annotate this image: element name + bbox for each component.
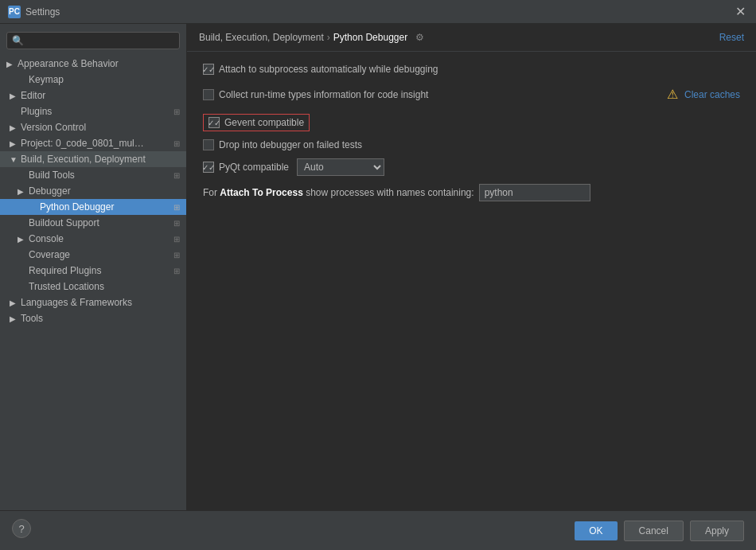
collect-runtime-check-icon[interactable] [203, 89, 214, 100]
external-icon: ⊞ [173, 251, 180, 259]
apply-button[interactable]: Apply [690, 521, 744, 541]
search-input[interactable] [6, 32, 180, 49]
breadcrumb-arrow-icon: › [327, 32, 330, 43]
close-button[interactable]: ✕ [732, 4, 748, 20]
expand-arrow-icon: ▶ [10, 92, 18, 100]
expand-arrow-icon: ▶ [18, 235, 25, 244]
process-label: For Attach To Process show processes wit… [203, 187, 474, 198]
expand-arrow-icon: ▶ [18, 187, 25, 196]
sidebar-item-plugins[interactable]: Plugins ⊞ [0, 103, 186, 119]
sidebar-item-tools[interactable]: ▶ Tools [0, 310, 186, 326]
drop-debugger-check-icon[interactable] [203, 139, 214, 150]
external-icon: ⊞ [173, 107, 180, 116]
content-body: ✓ Attach to subprocess automatically whi… [187, 52, 756, 213]
external-icon: ⊞ [173, 235, 180, 244]
sidebar-item-python-debugger[interactable]: Python Debugger ⊞ [0, 199, 186, 215]
app-icon: PC [8, 6, 21, 18]
breadcrumb: Build, Execution, Deployment › Python De… [199, 32, 424, 43]
cancel-button[interactable]: Cancel [624, 521, 684, 541]
expand-arrow-icon: ▶ [6, 60, 14, 68]
content-area: Build, Execution, Deployment › Python De… [187, 24, 756, 510]
bottom-bar: ? OK Cancel Apply [0, 510, 756, 550]
attach-subprocess-row: ✓ Attach to subprocess automatically whi… [203, 64, 740, 75]
ok-button[interactable]: OK [575, 521, 617, 540]
sidebar-item-build-tools[interactable]: Build Tools ⊞ [0, 167, 186, 183]
external-icon: ⊞ [173, 219, 180, 228]
expand-arrow-icon: ▶ [10, 139, 18, 148]
sidebar-item-console[interactable]: ▶ Console ⊞ [0, 231, 186, 247]
sidebar-item-editor[interactable]: ▶ Editor [0, 88, 186, 103]
window-title: Settings [25, 6, 60, 18]
breadcrumb-parent: Build, Execution, Deployment › Python De… [199, 32, 407, 43]
sidebar-item-appearance[interactable]: ▶ Appearance & Behavior [0, 56, 186, 72]
attach-subprocess-check-icon[interactable]: ✓ [203, 64, 214, 75]
sidebar-item-buildout[interactable]: Buildout Support ⊞ [0, 215, 186, 231]
external-icon: ⊞ [173, 171, 180, 180]
expand-arrow-icon: ▶ [10, 123, 18, 132]
sidebar-item-debugger[interactable]: ▶ Debugger [0, 183, 186, 199]
clear-caches-button[interactable]: Clear caches [684, 89, 740, 100]
sidebar-item-languages[interactable]: ▶ Languages & Frameworks [0, 295, 186, 310]
settings-icon: ⚙ [415, 32, 424, 43]
attach-subprocess-checkbox[interactable]: ✓ Attach to subprocess automatically whi… [203, 64, 438, 75]
sidebar-item-project[interactable]: ▶ Project: 0_code_0801_mul_threa... ⊞ [0, 135, 186, 151]
external-icon: ⊞ [173, 139, 180, 148]
process-filter-row: For Attach To Process show processes wit… [203, 184, 740, 201]
sidebar: ▶ Appearance & Behavior Keymap ▶ Editor … [0, 24, 187, 510]
collect-runtime-checkbox[interactable]: Collect run-time types information for c… [203, 89, 428, 100]
external-icon: ⊞ [173, 203, 180, 212]
content-header: Build, Execution, Deployment › Python De… [187, 24, 756, 52]
gevent-checkbox[interactable]: ✓ Gevent compatible [203, 114, 310, 131]
main-container: ▶ Appearance & Behavior Keymap ▶ Editor … [0, 24, 756, 510]
sidebar-item-trusted-locations[interactable]: Trusted Locations [0, 279, 186, 295]
drop-debugger-checkbox[interactable]: Drop into debugger on failed tests [203, 139, 362, 150]
warning-row: ⚠ Clear caches [667, 83, 740, 106]
title-bar: PC Settings ✕ [0, 0, 756, 24]
drop-debugger-row: Drop into debugger on failed tests [203, 139, 740, 150]
warning-icon: ⚠ [667, 87, 678, 102]
pyqt-checkbox[interactable]: ✓ PyQt compatible [203, 162, 289, 173]
sidebar-item-required-plugins[interactable]: Required Plugins ⊞ [0, 263, 186, 279]
expand-arrow-icon: ▶ [10, 314, 18, 323]
sidebar-item-version-control[interactable]: ▶ Version Control [0, 119, 186, 135]
expand-arrow-icon: ▶ [10, 298, 18, 307]
expand-arrow-icon: ▼ [10, 155, 18, 164]
external-icon: ⊞ [173, 267, 180, 275]
pyqt-dropdown[interactable]: Auto PyQt4 PyQt5 [297, 158, 384, 176]
sidebar-item-keymap[interactable]: Keymap [0, 72, 186, 88]
help-button[interactable]: ? [12, 519, 31, 538]
pyqt-check-icon[interactable]: ✓ [203, 162, 214, 173]
reset-button[interactable]: Reset [719, 32, 744, 43]
gevent-check-icon[interactable]: ✓ [208, 117, 220, 128]
gevent-row: ✓ Gevent compatible [203, 114, 740, 131]
pyqt-row: ✓ PyQt compatible Auto PyQt4 PyQt5 [203, 158, 740, 176]
sidebar-item-build-execution[interactable]: ▼ Build, Execution, Deployment [0, 151, 186, 167]
sidebar-item-coverage[interactable]: Coverage ⊞ [0, 247, 186, 263]
process-filter-input[interactable] [479, 184, 590, 201]
